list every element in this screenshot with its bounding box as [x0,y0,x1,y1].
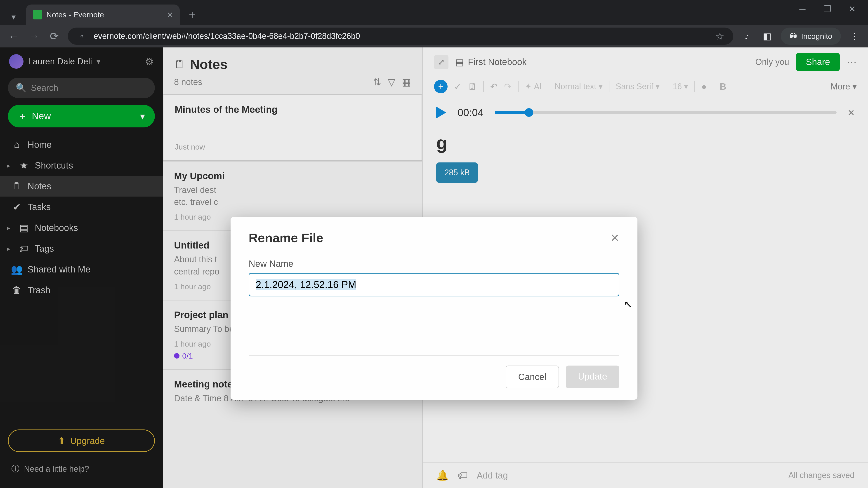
tab-title: Notes - Evernote [46,10,104,19]
site-settings-icon[interactable]: ⚙ [77,31,87,41]
update-label: Update [578,371,607,381]
incognito-label: Incognito [801,32,832,41]
chrome-menu-button[interactable]: ⋮ [848,29,861,43]
reload-button[interactable]: ⟳ [48,29,61,43]
update-button[interactable]: Update [566,365,619,388]
back-button[interactable]: ← [7,29,20,43]
cancel-label: Cancel [518,372,547,382]
browser-tab[interactable]: Notes - Evernote × [26,4,180,25]
field-label: New Name [249,259,619,269]
maximize-icon[interactable]: ❐ [820,4,834,14]
minimize-icon[interactable]: ─ [796,4,809,14]
bookmark-star-icon[interactable]: ☆ [715,31,724,42]
side-panel-icon[interactable]: ◧ [761,29,774,43]
new-tab-button[interactable]: + [184,7,200,23]
mouse-cursor: ↖ [624,298,632,310]
incognito-indicator[interactable]: 🕶 Incognito [781,28,841,45]
tab-search-button[interactable]: ▾ [6,9,22,25]
close-dialog-icon[interactable]: ✕ [610,232,619,244]
input-value: 2.1.2024, 12.52.16 PM [256,279,356,290]
dialog-title: Rename File [249,230,323,245]
cancel-button[interactable]: Cancel [506,365,559,388]
forward-button: → [27,29,41,43]
new-name-input[interactable]: 2.1.2024, 12.52.16 PM [249,273,619,296]
url-text: evernote.com/client/web#/notes/1cca33ae-… [94,31,709,41]
close-tab-icon[interactable]: × [167,9,173,20]
chevron-down-icon: ▾ [11,12,16,22]
incognito-icon: 🕶 [789,32,797,41]
close-window-icon[interactable]: ✕ [845,4,859,14]
rename-file-dialog: Rename File ✕ New Name 2.1.2024, 12.52.1… [230,217,638,400]
media-control-icon[interactable]: ♪ [740,29,754,43]
evernote-favicon [33,10,42,20]
address-bar[interactable]: ⚙ evernote.com/client/web#/notes/1cca33a… [68,28,733,45]
